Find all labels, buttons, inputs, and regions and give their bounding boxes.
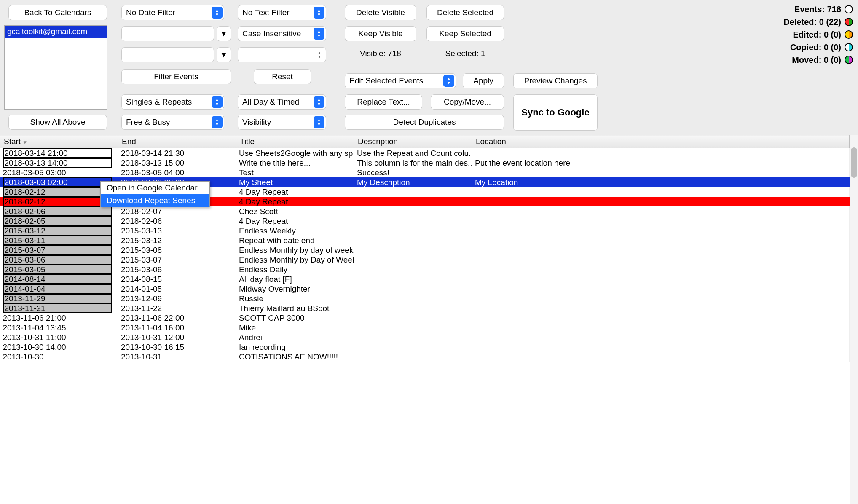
copy-move-button[interactable]: Copy/Move... xyxy=(431,94,504,110)
table-row[interactable]: 2013-10-30 14:002013-10-30 16:15Ian reco… xyxy=(0,342,850,352)
date-value-input[interactable] xyxy=(121,26,214,41)
reset-button[interactable]: Reset xyxy=(254,69,311,84)
preview-changes-button[interactable]: Preview Changes xyxy=(513,73,598,88)
visibility-label: Visibility xyxy=(242,118,271,127)
stats-moved: Moved: 0 (0) xyxy=(792,55,841,65)
edit-selected-events-label: Edit Selected Events xyxy=(349,76,423,86)
col-description[interactable]: Description xyxy=(354,135,472,148)
text-filter-select[interactable]: No Text Filter ▲▼ xyxy=(238,5,326,20)
stats-edited: Edited: 0 (0) xyxy=(793,30,841,40)
table-row[interactable]: 2013-10-302013-10-31COTISATIONS AE NOW!!… xyxy=(0,352,850,362)
edit-selected-events-select[interactable]: Edit Selected Events ▲▼ xyxy=(345,73,456,88)
filter-events-button[interactable]: Filter Events xyxy=(121,69,231,84)
stats-events: Events: 718 xyxy=(794,5,841,14)
chevron-updown-icon: ▲▼ xyxy=(443,75,454,87)
singles-repeats-select[interactable]: Singles & Repeats ▲▼ xyxy=(121,94,224,110)
table-row[interactable]: 2015-03-072015-03-08Endless Monthly by d… xyxy=(0,245,850,255)
scroll-thumb[interactable] xyxy=(851,147,857,178)
stats-copied: Copied: 0 (0) xyxy=(790,43,841,52)
case-label: Case Insensitive xyxy=(242,29,301,38)
all-day-timed-select[interactable]: All Day & Timed ▲▼ xyxy=(238,94,326,110)
table-row[interactable]: 2018-03-14 21:002018-03-14 21:30Use Shee… xyxy=(0,148,850,158)
delete-selected-button[interactable]: Delete Selected xyxy=(426,5,504,20)
stats-panel: Events: 718 Deleted: 0 (22) Edited: 0 (0… xyxy=(783,3,853,67)
col-location[interactable]: Location xyxy=(472,135,850,148)
table-row[interactable]: 2015-03-122015-03-13Endless Weekly xyxy=(0,226,850,236)
numeric-stepper[interactable]: ▲▼ xyxy=(238,47,326,62)
table-row[interactable]: 2018-02-052018-02-064 Day Repeat xyxy=(0,216,850,226)
sort-desc-icon: ▼ xyxy=(22,139,27,145)
date-filter-label: No Date Filter xyxy=(126,8,175,17)
col-start[interactable]: Start▼ xyxy=(0,135,118,148)
table-row[interactable]: 2014-08-142014-08-15All day float [F] xyxy=(0,274,850,284)
table-row[interactable]: 2015-03-112015-03-12Repeat with date end xyxy=(0,236,850,245)
replace-text-button[interactable]: Replace Text... xyxy=(345,94,422,110)
col-title[interactable]: Title xyxy=(236,135,354,148)
calendar-list-item[interactable]: gcaltoolkit@gmail.com xyxy=(5,26,107,38)
case-select[interactable]: Case Insensitive ▲▼ xyxy=(238,26,326,41)
calendar-list[interactable]: gcaltoolkit@gmail.com xyxy=(4,25,107,110)
vertical-scrollbar[interactable] xyxy=(850,135,858,504)
stats-deleted: Deleted: 0 (22) xyxy=(783,17,841,27)
date-value-dropdown-2[interactable]: ▼ xyxy=(217,47,231,62)
chevron-updown-icon: ▲▼ xyxy=(314,96,324,108)
sync-to-google-button[interactable]: Sync to Google xyxy=(513,94,598,131)
table-row[interactable]: 2013-10-31 11:002013-10-31 12:00Andrei xyxy=(0,332,850,342)
table-row[interactable]: 2013-11-06 21:002013-11-06 22:00SCOTT CA… xyxy=(0,313,850,323)
table-row[interactable]: 2014-01-042014-01-05Midway Overnighter xyxy=(0,284,850,294)
stepper-arrows-icon: ▲▼ xyxy=(316,49,323,61)
free-busy-select[interactable]: Free & Busy ▲▼ xyxy=(121,115,224,130)
pie-icon xyxy=(845,43,853,51)
selected-count-label: Selected: 1 xyxy=(426,49,504,58)
delete-visible-button[interactable]: Delete Visible xyxy=(345,5,416,20)
chevron-updown-icon: ▲▼ xyxy=(314,28,324,40)
back-to-calendars-button[interactable]: Back To Calendars xyxy=(8,5,107,20)
pie-icon xyxy=(845,30,853,39)
chevron-updown-icon: ▲▼ xyxy=(212,7,223,19)
pie-icon xyxy=(845,18,853,26)
table-row[interactable]: 2018-03-13 14:002018-03-13 15:00Write th… xyxy=(0,158,850,168)
apply-button[interactable]: Apply xyxy=(463,73,504,88)
visible-count-label: Visible: 718 xyxy=(345,49,416,58)
date-value-input-2[interactable] xyxy=(121,47,214,62)
table-row[interactable]: 2018-03-05 03:002018-03-05 04:00TestSucc… xyxy=(0,168,850,177)
chevron-updown-icon: ▲▼ xyxy=(212,96,223,108)
table-row[interactable]: 2013-11-292013-12-09Russie xyxy=(0,294,850,303)
table-row[interactable]: 2015-03-062015-03-07Endless Monthly by D… xyxy=(0,255,850,265)
col-end[interactable]: End xyxy=(118,135,236,148)
visibility-select[interactable]: Visibility ▲▼ xyxy=(238,115,326,130)
circle-icon xyxy=(845,5,853,13)
date-filter-select[interactable]: No Date Filter ▲▼ xyxy=(121,5,224,20)
singles-repeats-label: Singles & Repeats xyxy=(126,97,192,107)
context-menu[interactable]: Open in Google Calendar Download Repeat … xyxy=(100,181,210,207)
table-row[interactable]: 2013-11-04 13:452013-11-04 16:00Mike xyxy=(0,323,850,332)
context-download-repeat[interactable]: Download Repeat Series xyxy=(101,194,209,207)
all-day-timed-label: All Day & Timed xyxy=(242,97,299,107)
table-row[interactable]: 2013-11-212013-11-22Thierry Maillard au … xyxy=(0,303,850,313)
detect-duplicates-button[interactable]: Detect Duplicates xyxy=(345,115,504,130)
chevron-updown-icon: ▲▼ xyxy=(212,116,223,128)
keep-selected-button[interactable]: Keep Selected xyxy=(426,26,504,41)
context-open-in-gcal[interactable]: Open in Google Calendar xyxy=(101,182,209,194)
table-row[interactable]: 2018-02-062018-02-07Chez Scott xyxy=(0,206,850,216)
text-filter-label: No Text Filter xyxy=(242,8,290,17)
show-all-above-button[interactable]: Show All Above xyxy=(8,115,107,130)
chevron-updown-icon: ▲▼ xyxy=(314,7,324,19)
date-value-dropdown[interactable]: ▼ xyxy=(217,26,231,41)
keep-visible-button[interactable]: Keep Visible xyxy=(345,26,416,41)
table-row[interactable]: 2015-03-052015-03-06Endless Daily xyxy=(0,265,850,274)
chevron-updown-icon: ▲▼ xyxy=(314,116,324,128)
free-busy-label: Free & Busy xyxy=(126,118,170,127)
pie-icon xyxy=(845,56,853,64)
